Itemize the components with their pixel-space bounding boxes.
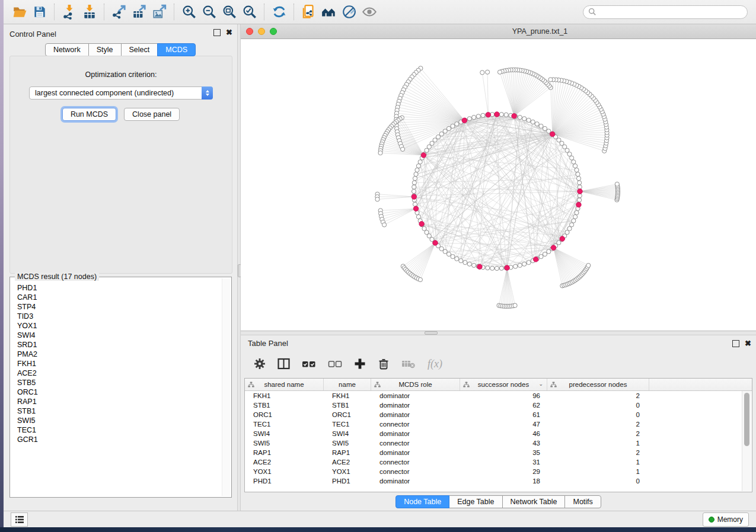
export-table-icon[interactable] (129, 3, 149, 21)
close-panel-icon[interactable]: ✖ (745, 341, 751, 347)
column-header-predecessor-nodes[interactable]: predecessor nodes (547, 379, 649, 390)
table-toolbar: f(x) (241, 350, 756, 378)
eye-icon[interactable] (359, 3, 379, 21)
search-input[interactable] (599, 7, 747, 17)
table-scrollbar-thumb[interactable] (744, 393, 749, 446)
memory-button[interactable]: Memory (703, 512, 749, 527)
tab-mcds[interactable]: MCDS (157, 43, 196, 56)
tab-select[interactable]: Select (121, 43, 158, 56)
import-network-icon[interactable] (59, 3, 79, 21)
node-table[interactable]: shared namenameMCDS rolesuccessor nodes⌄… (244, 378, 752, 492)
table-cell: TEC1 (245, 421, 324, 428)
toolbar-separator (174, 4, 175, 20)
table-cell: FKH1 (324, 392, 371, 399)
maximize-window-icon[interactable] (270, 28, 277, 35)
table-row[interactable]: PHD1PHD1dominator180 (245, 476, 752, 486)
table-cell: connector (371, 421, 460, 428)
table-row[interactable]: ORC1ORC1dominator610 (245, 410, 752, 419)
table-row[interactable]: STB1STB1dominator620 (245, 400, 752, 410)
toggle-columns-icon[interactable] (277, 358, 290, 370)
network-frame-titlebar[interactable]: YPA_prune.txt_1 (241, 24, 756, 39)
save-session-icon[interactable] (30, 3, 50, 21)
float-panel-icon[interactable] (213, 29, 221, 36)
binoculars-icon[interactable] (319, 3, 339, 21)
zoom-fit-icon[interactable] (219, 3, 240, 21)
column-header-name[interactable]: name (324, 379, 371, 390)
tab-motifs[interactable]: Motifs (564, 495, 601, 508)
table-row[interactable]: RAP1RAP1dominator352 (245, 448, 752, 457)
column-header-shared-name[interactable]: shared name (245, 379, 324, 390)
table-row[interactable]: TEC1TEC1connector472 (245, 419, 752, 429)
deselect-all-icon[interactable] (328, 358, 342, 370)
close-panel-button[interactable]: Close panel (124, 108, 180, 121)
result-list-scrollbar[interactable] (222, 278, 230, 496)
table-cell: 31 (460, 459, 547, 466)
export-network-icon[interactable] (109, 3, 129, 21)
zoom-in-icon[interactable] (179, 3, 199, 21)
float-panel-icon[interactable] (732, 340, 739, 347)
close-window-icon[interactable] (246, 28, 253, 35)
tab-node-table[interactable]: Node Table (395, 495, 449, 508)
mcds-result-item: PHD1 (17, 283, 221, 293)
task-history-button[interactable] (11, 512, 28, 527)
table-cell: 1 (547, 459, 649, 466)
run-mcds-button[interactable]: Run MCDS (62, 108, 116, 121)
open-file-icon[interactable] (9, 3, 30, 21)
table-cell: 2 (547, 430, 649, 437)
search-icon (588, 8, 596, 16)
table-row[interactable]: SWI5SWI5connector431 (245, 438, 752, 448)
horizontal-splitter[interactable] (241, 331, 756, 335)
refresh-icon[interactable] (269, 3, 289, 21)
tab-network-table[interactable]: Network Table (502, 495, 566, 508)
network-frame: YPA_prune.txt_1 (241, 24, 756, 331)
network-canvas[interactable] (241, 39, 756, 331)
table-cell: RAP1 (324, 449, 371, 456)
export-image-icon[interactable] (149, 3, 170, 21)
share-document-icon[interactable] (299, 3, 319, 21)
table-row[interactable]: SWI4SWI4dominator462 (245, 429, 752, 438)
tab-style[interactable]: Style (88, 43, 122, 56)
mcds-result-item: SRD1 (17, 340, 221, 350)
minimize-window-icon[interactable] (258, 28, 265, 35)
table-cell: 35 (460, 449, 547, 456)
select-all-icon[interactable] (302, 358, 316, 370)
table-cell: 18 (460, 477, 547, 485)
splitter-grip[interactable] (425, 331, 438, 335)
table-scrollbar[interactable] (742, 391, 751, 491)
table-cell: TEC1 (324, 421, 371, 428)
tab-edge-table[interactable]: Edge Table (449, 495, 502, 508)
network-graph[interactable] (241, 39, 756, 331)
table-panel: Table Panel ✖ (241, 335, 756, 511)
import-table-icon[interactable] (79, 3, 100, 21)
table-cell: dominator (371, 449, 460, 456)
zoom-out-icon[interactable] (199, 3, 219, 21)
mcds-pane: Optimization criterion: largest connecte… (9, 56, 232, 274)
table-cell: dominator (371, 402, 460, 409)
node-table-header: shared namenameMCDS rolesuccessor nodes⌄… (245, 379, 752, 391)
table-row[interactable]: FKH1FKH1dominator962 (245, 391, 752, 400)
optimization-criterion-dropdown[interactable]: largest connected component (undirected) (29, 86, 213, 100)
table-cell: 61 (460, 411, 547, 418)
table-cell: FKH1 (245, 392, 324, 399)
add-row-icon[interactable] (354, 358, 366, 370)
table-cell: dominator (371, 430, 460, 437)
column-header-MCDS-role[interactable]: MCDS role (371, 379, 460, 390)
table-cell: 2 (547, 449, 649, 456)
table-row[interactable]: ACE2ACE2connector311 (245, 457, 752, 467)
table-panel-title: Table Panel (248, 339, 288, 348)
delete-row-icon[interactable] (378, 358, 390, 370)
table-cell: dominator (371, 477, 460, 485)
close-panel-icon[interactable]: ✖ (226, 30, 232, 36)
column-header-successor-nodes[interactable]: successor nodes⌄ (460, 379, 547, 390)
zoom-selected-icon[interactable] (240, 3, 260, 21)
tab-network[interactable]: Network (45, 43, 89, 56)
toolbar-separator (54, 4, 55, 20)
cytoscape-window: Control Panel ✖ NetworkStyleSelectMCDS O… (4, 0, 756, 527)
shared-column-icon (248, 382, 254, 389)
table-settings-icon[interactable] (254, 358, 266, 370)
control-panel-title: Control Panel (9, 30, 56, 39)
toolbar-search[interactable] (583, 5, 748, 19)
table-row[interactable]: YOX1YOX1connector291 (245, 467, 752, 476)
annotation-slash-icon[interactable] (339, 3, 359, 21)
dropdown-value: largest connected component (undirected) (30, 89, 202, 97)
